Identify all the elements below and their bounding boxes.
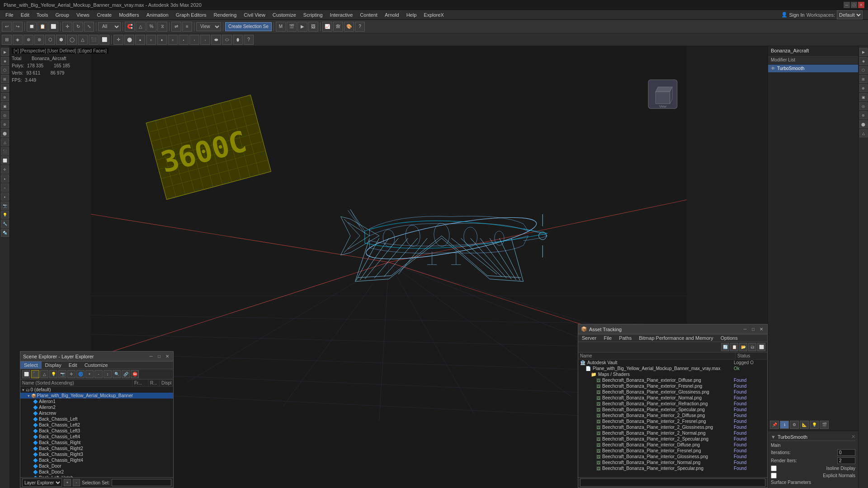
menu-tools[interactable]: Tools: [33, 11, 52, 19]
sidebar-icon-14[interactable]: ✛: [1, 165, 9, 174]
align-button[interactable]: ≡: [182, 22, 192, 32]
rss-icon-9[interactable]: ⬤: [859, 120, 868, 128]
at-menu-bitmap[interactable]: Bitmap Performance and Memory: [635, 334, 717, 342]
se-footer-btn-1[interactable]: +: [64, 479, 71, 486]
at-btn-4[interactable]: 🗂: [748, 343, 756, 351]
rss-icon-8[interactable]: ⊛: [859, 111, 868, 119]
curve-editor-button[interactable]: 📈: [322, 22, 332, 32]
at-list-item[interactable]: 🏦Autodesk VaultLogged O: [578, 360, 767, 366]
rp-pin-btn[interactable]: 📌: [770, 421, 779, 429]
at-restore-button[interactable]: □: [750, 326, 756, 333]
at-menu-file[interactable]: File: [600, 334, 615, 342]
se-link[interactable]: 🔗: [122, 370, 130, 378]
at-list-item[interactable]: 🖼Beechcraft_Bonanza_Plane_interior_2_Spe…: [578, 436, 767, 442]
menu-graph-editors[interactable]: Graph Editors: [172, 11, 210, 19]
snap-button[interactable]: 🧲: [125, 22, 135, 32]
ts-isoline-checkbox[interactable]: [771, 465, 777, 471]
sidebar-icon-20[interactable]: 🔧: [1, 220, 9, 228]
tb2-btn-8[interactable]: △: [78, 35, 88, 45]
tb2-btn-21[interactable]: ⬭: [222, 35, 232, 45]
rp-light-btn[interactable]: 💡: [810, 421, 819, 429]
menu-content[interactable]: Content: [356, 11, 381, 19]
se-menu-edit[interactable]: Edit: [65, 361, 81, 369]
se-list-item[interactable]: 🔷Back_Door: [20, 463, 173, 469]
menu-animation[interactable]: Animation: [143, 11, 172, 19]
tb2-btn-7[interactable]: ◯: [67, 35, 77, 45]
rp-settings-btn[interactable]: ⚙: [790, 421, 799, 429]
se-icon-space-warps[interactable]: 🌀: [76, 370, 85, 378]
color-clipboard-button[interactable]: 🎨: [344, 22, 354, 32]
at-list-item[interactable]: 🖼Beechcraft_Bonanza_Plane_interior_Fresn…: [578, 448, 767, 454]
tb2-btn-10[interactable]: ⬜: [99, 35, 109, 45]
sidebar-icon-19[interactable]: 💡: [1, 211, 9, 219]
tb2-btn-20[interactable]: ⬬: [211, 35, 221, 45]
rect-select-button[interactable]: ⬜: [48, 22, 58, 32]
rp-anim-btn[interactable]: 🎬: [820, 421, 829, 429]
se-sort[interactable]: ↕: [104, 370, 112, 378]
se-expand[interactable]: +: [85, 370, 94, 378]
tb2-btn-5[interactable]: ⬡: [45, 35, 55, 45]
sidebar-icon-1[interactable]: ▶: [1, 48, 9, 56]
at-minimize-button[interactable]: ─: [742, 326, 748, 333]
sidebar-icon-7[interactable]: ▣: [1, 102, 9, 110]
create-selection-button[interactable]: Create Selection Se: [225, 22, 272, 31]
at-btn-1[interactable]: 🔄: [721, 343, 729, 351]
at-list-item[interactable]: 🖼Beechcraft_Bonanza_Plane_exterior_Specu…: [578, 407, 767, 413]
se-footer-dropdown[interactable]: Layer Explorer: [22, 479, 62, 487]
se-minimize-button[interactable]: ─: [148, 353, 154, 360]
workspace-dropdown[interactable]: Default: [837, 10, 863, 19]
spinner-snap-button[interactable]: ⧖: [157, 22, 167, 32]
se-list-item[interactable]: 🔷Back_Chassis_Right4: [20, 457, 173, 463]
se-list-item[interactable]: 🔷Back_Chassis_Left: [20, 416, 173, 422]
se-icon-lights[interactable]: 💡: [49, 370, 57, 378]
se-collapse[interactable]: -: [94, 370, 103, 378]
scale-button[interactable]: ⤡: [84, 22, 94, 32]
menu-group[interactable]: Group: [52, 11, 73, 19]
at-list-item[interactable]: 📄Plane_with_Big_Yellow_Aerial_Mockup_Ban…: [578, 366, 767, 371]
tb2-btn-11[interactable]: ✛: [113, 35, 123, 45]
sidebar-icon-21[interactable]: 🔩: [1, 229, 9, 237]
tb2-btn-23[interactable]: ?: [244, 35, 254, 45]
modifier-eye-icon[interactable]: 👁: [771, 66, 775, 71]
at-search-input[interactable]: [580, 479, 765, 487]
menu-scripting[interactable]: Scripting: [300, 11, 326, 19]
tb2-btn-1[interactable]: ⊞: [2, 35, 12, 45]
select-by-name-button[interactable]: 📋: [38, 22, 47, 32]
sidebar-icon-18[interactable]: 📷: [1, 202, 9, 210]
menu-file[interactable]: File: [2, 11, 17, 19]
sidebar-icon-5[interactable]: 🔲: [1, 84, 9, 92]
sidebar-icon-3[interactable]: ⬡: [1, 66, 9, 74]
undo-button[interactable]: ↩: [2, 22, 12, 32]
se-list-item[interactable]: 🔷Back_Chassis_Left3: [20, 428, 173, 434]
se-list-item[interactable]: 🔷Aileron2: [20, 404, 173, 410]
se-list-item[interactable]: 🔷Back_Door2: [20, 469, 173, 475]
render-button[interactable]: 🖼: [308, 22, 318, 32]
tb2-btn-18[interactable]: ⬪: [189, 35, 199, 45]
se-menu-select[interactable]: Select: [20, 361, 42, 369]
at-btn-5[interactable]: ⬜: [757, 343, 765, 351]
se-selection-input[interactable]: [112, 479, 171, 486]
se-list-item[interactable]: 🔷Airscrew: [20, 410, 173, 416]
percent-snap-button[interactable]: %: [146, 22, 156, 32]
sidebar-icon-11[interactable]: △: [1, 138, 9, 146]
render-setup-button[interactable]: 🎬: [287, 22, 297, 32]
tb2-btn-19[interactable]: ⬫: [200, 35, 210, 45]
tb2-btn-22[interactable]: ⬮: [233, 35, 243, 45]
minimize-button[interactable]: ─: [844, 2, 850, 8]
at-btn-2[interactable]: 📋: [730, 343, 738, 351]
sidebar-icon-6[interactable]: ⊕: [1, 93, 9, 101]
se-list-item[interactable]: ▾ 📦Plane_with_Big_Yellow_Aerial_Mockup_B…: [20, 393, 173, 399]
help-button[interactable]: ?: [355, 22, 365, 32]
se-list-item[interactable]: 🔷Back_Chassis_Left4: [20, 434, 173, 440]
se-list-item[interactable]: ▾ 🗂0 (default): [20, 387, 173, 393]
all-dropdown[interactable]: All: [98, 22, 121, 31]
sidebar-icon-2[interactable]: ◈: [1, 57, 9, 65]
rss-icon-4[interactable]: ⊞: [859, 75, 868, 83]
se-list-item[interactable]: 🔷Back_Chassis_Left2: [20, 422, 173, 428]
at-list-item[interactable]: 🖼Beechcraft_Bonanza_Plane_exterior_Norma…: [578, 395, 767, 401]
se-filter[interactable]: 🔍: [113, 370, 121, 378]
se-list-item[interactable]: 🔷Back_Chassis_Right3: [20, 451, 173, 457]
tb2-btn-16[interactable]: ⬨: [168, 35, 178, 45]
at-menu-paths[interactable]: Paths: [615, 334, 635, 342]
rss-icon-7[interactable]: ◎: [859, 102, 868, 110]
